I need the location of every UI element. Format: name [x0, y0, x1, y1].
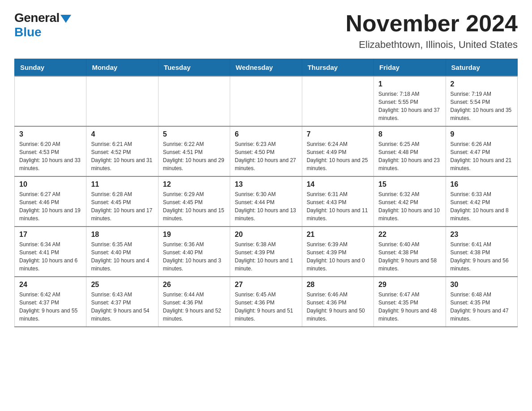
page-title: November 2024: [346, 11, 518, 36]
day-info-line: Sunset: 4:38 PM: [450, 248, 513, 257]
day-number: 12: [163, 180, 225, 188]
day-number: 2: [450, 80, 513, 88]
day-info-line: Sunrise: 6:27 AM: [19, 190, 82, 198]
day-info: Sunrise: 6:44 AMSunset: 4:36 PMDaylight:…: [163, 291, 225, 323]
calendar-header: SundayMondayTuesdayWednesdayThursdayFrid…: [15, 59, 518, 77]
day-info: Sunrise: 6:21 AMSunset: 4:52 PMDaylight:…: [91, 140, 153, 172]
calendar-day-cell: 12Sunrise: 6:29 AMSunset: 4:45 PMDayligh…: [158, 176, 230, 227]
day-info-line: Sunset: 4:36 PM: [163, 299, 225, 307]
day-info-line: Sunset: 4:50 PM: [235, 148, 297, 156]
day-info: Sunrise: 7:18 AMSunset: 5:55 PMDaylight:…: [378, 90, 441, 122]
day-info-line: Daylight: 10 hours and 27 minutes.: [235, 156, 297, 172]
day-number: 8: [378, 130, 441, 138]
day-info: Sunrise: 6:38 AMSunset: 4:39 PMDaylight:…: [235, 240, 297, 273]
day-info-line: Sunset: 4:51 PM: [163, 148, 225, 156]
day-info-line: Daylight: 9 hours and 50 minutes.: [307, 307, 369, 323]
day-info-line: Daylight: 9 hours and 54 minutes.: [91, 307, 153, 323]
day-info-line: Daylight: 10 hours and 29 minutes.: [163, 156, 225, 172]
day-info: Sunrise: 6:40 AMSunset: 4:38 PMDaylight:…: [378, 240, 441, 273]
day-number: 17: [19, 231, 82, 239]
calendar-day-cell: 16Sunrise: 6:33 AMSunset: 4:42 PMDayligh…: [446, 176, 517, 227]
day-info: Sunrise: 7:19 AMSunset: 5:54 PMDaylight:…: [450, 90, 513, 122]
day-info-line: Daylight: 10 hours and 15 minutes.: [163, 206, 225, 223]
day-info-line: Sunrise: 6:36 AM: [163, 240, 225, 248]
day-info-line: Sunrise: 6:28 AM: [91, 190, 153, 198]
logo-blue-text: Blue: [14, 25, 71, 39]
day-info: Sunrise: 6:28 AMSunset: 4:45 PMDaylight:…: [91, 190, 153, 223]
day-info-line: Sunset: 4:53 PM: [19, 148, 82, 156]
calendar-day-cell: [158, 76, 230, 126]
calendar-day-cell: [230, 76, 302, 126]
day-info-line: Daylight: 10 hours and 23 minutes.: [378, 156, 441, 172]
day-info-line: Sunrise: 6:33 AM: [450, 190, 513, 198]
day-info-line: Daylight: 9 hours and 48 minutes.: [378, 307, 441, 323]
day-number: 13: [235, 180, 297, 188]
day-info-line: Sunrise: 6:45 AM: [235, 291, 297, 299]
day-info-line: Sunset: 4:37 PM: [91, 299, 153, 307]
day-info-line: Daylight: 10 hours and 8 minutes.: [450, 206, 513, 223]
day-number: 15: [378, 180, 441, 188]
header-row: SundayMondayTuesdayWednesdayThursdayFrid…: [15, 59, 518, 77]
calendar-day-cell: [302, 76, 373, 126]
header: General Blue November 2024 Elizabethtown…: [14, 11, 518, 51]
day-info: Sunrise: 6:22 AMSunset: 4:51 PMDaylight:…: [163, 140, 225, 172]
day-info: Sunrise: 6:39 AMSunset: 4:39 PMDaylight:…: [307, 240, 369, 273]
day-number: 24: [19, 281, 82, 289]
day-info-line: Sunset: 5:54 PM: [450, 98, 513, 106]
day-info-line: Sunrise: 6:22 AM: [163, 140, 225, 148]
day-info-line: Sunrise: 6:41 AM: [450, 240, 513, 248]
day-number: 7: [307, 130, 369, 138]
calendar-day-cell: 8Sunrise: 6:25 AMSunset: 4:48 PMDaylight…: [374, 126, 446, 176]
day-info-line: Sunrise: 6:20 AM: [19, 140, 82, 148]
calendar-day-cell: 28Sunrise: 6:46 AMSunset: 4:36 PMDayligh…: [302, 277, 373, 327]
calendar-day-cell: 27Sunrise: 6:45 AMSunset: 4:36 PMDayligh…: [230, 277, 302, 327]
calendar-week-row: 24Sunrise: 6:42 AMSunset: 4:37 PMDayligh…: [15, 277, 518, 327]
calendar-weekday-header: Friday: [374, 59, 446, 77]
day-info-line: Sunset: 4:52 PM: [91, 148, 153, 156]
day-info: Sunrise: 6:41 AMSunset: 4:38 PMDaylight:…: [450, 240, 513, 273]
day-info: Sunrise: 6:46 AMSunset: 4:36 PMDaylight:…: [307, 291, 369, 323]
day-info: Sunrise: 6:32 AMSunset: 4:42 PMDaylight:…: [378, 190, 441, 223]
page-subtitle: Elizabethtown, Illinois, United States: [346, 39, 518, 51]
day-info-line: Sunrise: 6:26 AM: [450, 140, 513, 148]
day-info-line: Sunset: 4:35 PM: [378, 299, 441, 307]
day-info-line: Sunset: 4:40 PM: [91, 248, 153, 257]
calendar-day-cell: 11Sunrise: 6:28 AMSunset: 4:45 PMDayligh…: [86, 176, 158, 227]
calendar-day-cell: 5Sunrise: 6:22 AMSunset: 4:51 PMDaylight…: [158, 126, 230, 176]
calendar-day-cell: [15, 76, 86, 126]
logo-triangle-icon: [60, 15, 71, 23]
day-info-line: Sunrise: 6:44 AM: [163, 291, 225, 299]
day-info-line: Sunrise: 6:39 AM: [307, 240, 369, 248]
day-info: Sunrise: 6:29 AMSunset: 4:45 PMDaylight:…: [163, 190, 225, 223]
day-info: Sunrise: 6:48 AMSunset: 4:35 PMDaylight:…: [450, 291, 513, 323]
day-number: 14: [307, 180, 369, 188]
day-info-line: Sunrise: 6:23 AM: [235, 140, 297, 148]
day-info: Sunrise: 6:24 AMSunset: 4:49 PMDaylight:…: [307, 140, 369, 172]
day-info-line: Sunset: 4:35 PM: [450, 299, 513, 307]
day-number: 18: [91, 231, 153, 239]
calendar-week-row: 10Sunrise: 6:27 AMSunset: 4:46 PMDayligh…: [15, 176, 518, 227]
day-info-line: Daylight: 10 hours and 37 minutes.: [378, 106, 441, 122]
calendar-day-cell: 14Sunrise: 6:31 AMSunset: 4:43 PMDayligh…: [302, 176, 373, 227]
day-info-line: Daylight: 9 hours and 47 minutes.: [450, 307, 513, 323]
day-info-line: Sunrise: 6:32 AM: [378, 190, 441, 198]
day-info-line: Sunset: 4:37 PM: [19, 299, 82, 307]
day-number: 30: [450, 281, 513, 289]
calendar-day-cell: 22Sunrise: 6:40 AMSunset: 4:38 PMDayligh…: [374, 227, 446, 277]
day-info-line: Sunrise: 6:48 AM: [450, 291, 513, 299]
day-info-line: Daylight: 10 hours and 1 minute.: [235, 257, 297, 273]
day-info-line: Sunrise: 6:30 AM: [235, 190, 297, 198]
day-info: Sunrise: 6:36 AMSunset: 4:40 PMDaylight:…: [163, 240, 225, 273]
day-info: Sunrise: 6:45 AMSunset: 4:36 PMDaylight:…: [235, 291, 297, 323]
day-info-line: Daylight: 9 hours and 55 minutes.: [19, 307, 82, 323]
calendar-day-cell: 6Sunrise: 6:23 AMSunset: 4:50 PMDaylight…: [230, 126, 302, 176]
day-info-line: Daylight: 10 hours and 13 minutes.: [235, 206, 297, 223]
calendar-day-cell: 19Sunrise: 6:36 AMSunset: 4:40 PMDayligh…: [158, 227, 230, 277]
logo-general-text: General: [14, 11, 60, 25]
day-info-line: Sunset: 4:45 PM: [91, 198, 153, 206]
day-number: 26: [163, 281, 225, 289]
calendar-day-cell: 24Sunrise: 6:42 AMSunset: 4:37 PMDayligh…: [15, 277, 86, 327]
day-info-line: Sunrise: 6:43 AM: [91, 291, 153, 299]
day-info: Sunrise: 6:43 AMSunset: 4:37 PMDaylight:…: [91, 291, 153, 323]
day-info-line: Daylight: 9 hours and 56 minutes.: [450, 257, 513, 273]
